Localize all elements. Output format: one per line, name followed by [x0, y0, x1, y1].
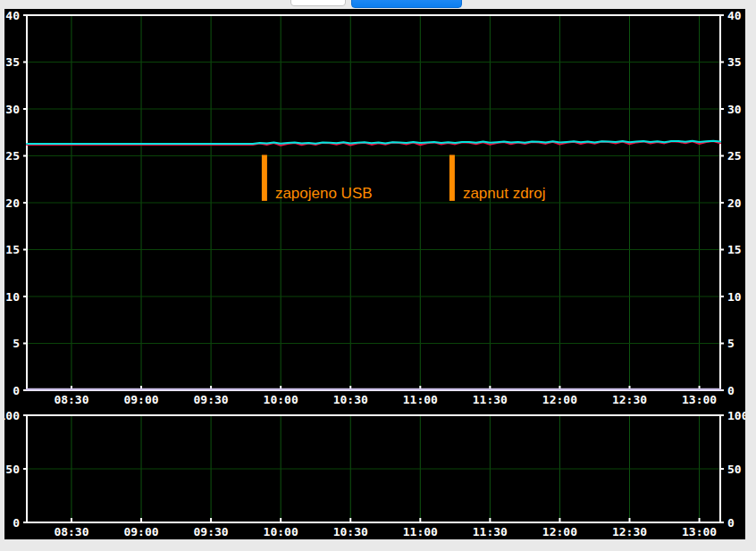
y-axis-tick-label: 15: [727, 243, 742, 256]
toolbar-button[interactable]: [351, 0, 462, 8]
page: { "page": { "background": "#e9e9e9", "pa…: [0, 0, 756, 551]
x-axis-tick-label: 11:30: [473, 525, 508, 538]
x-axis-tick-label: 12:30: [612, 393, 647, 406]
x-axis-tick-label: 09:00: [123, 525, 158, 538]
x-axis-tick-label: 10:30: [333, 393, 368, 406]
y-axis-tick-label: 35: [5, 55, 20, 69]
y-axis-tick-label: 0: [727, 516, 735, 530]
event-marker-bar: [262, 154, 267, 200]
y-axis-tick-label: 25: [5, 149, 20, 163]
y-axis-tick-label: 0: [13, 384, 20, 397]
y-axis-tick-label: 100: [727, 409, 745, 422]
y-axis-tick-label: 20: [727, 196, 742, 210]
y-axis-tick-label: 5: [727, 337, 735, 350]
x-axis-tick-label: 08:30: [54, 525, 88, 538]
x-axis-tick-label: 10:00: [264, 393, 298, 406]
y-axis-tick-label: 50: [727, 463, 742, 476]
y-axis-tick-label: 30: [727, 103, 742, 116]
x-axis-tick-label: 13:00: [682, 525, 717, 538]
y-axis-tick-label: 10: [5, 290, 20, 304]
x-axis-tick-label: 09:00: [123, 393, 158, 406]
x-axis-tick-label: 11:00: [403, 525, 438, 538]
y-axis-tick-label: 35: [727, 55, 742, 69]
x-axis-tick-label: 11:30: [473, 393, 508, 406]
toolbar-input[interactable]: [290, 0, 346, 6]
x-axis-tick-label: 08:30: [54, 393, 88, 406]
x-axis-tick-label: 10:00: [264, 525, 298, 538]
x-axis-tick-label: 12:00: [542, 393, 577, 406]
y-axis-tick-label: 40: [727, 9, 742, 22]
x-axis-tick-label: 09:30: [194, 525, 229, 538]
y-axis-tick-label: 40: [5, 9, 20, 22]
y-axis-tick-label: 0: [727, 384, 735, 397]
y-axis-tick-label: 15: [5, 243, 20, 256]
y-axis-tick-label: 25: [727, 149, 742, 163]
x-axis-tick-label: 09:30: [194, 393, 229, 406]
event-marker-label: zapojeno USB: [275, 185, 373, 202]
x-axis-tick-label: 10:30: [333, 525, 368, 538]
event-marker-bar: [449, 154, 455, 200]
x-axis-tick-label: 12:30: [612, 525, 647, 538]
x-axis-tick-label: 12:00: [542, 525, 577, 538]
event-marker-label: zapnut zdroj: [463, 185, 546, 202]
charts-canvas: 0055101015152020252530303535404008:3009:…: [4, 9, 745, 539]
y-axis-tick-label: 5: [13, 337, 20, 350]
y-axis-tick-label: 0: [13, 516, 20, 530]
y-axis-tick-label: 20: [5, 196, 20, 210]
y-axis-tick-label: 30: [5, 103, 20, 116]
y-axis-tick-label: 100: [4, 409, 20, 422]
chart-panel: 0055101015152020252530303535404008:3009:…: [4, 9, 745, 539]
y-axis-tick-label: 50: [5, 463, 20, 476]
y-axis-tick-label: 10: [727, 290, 742, 304]
x-axis-tick-label: 13:00: [682, 393, 717, 406]
x-axis-tick-label: 11:00: [403, 393, 438, 406]
